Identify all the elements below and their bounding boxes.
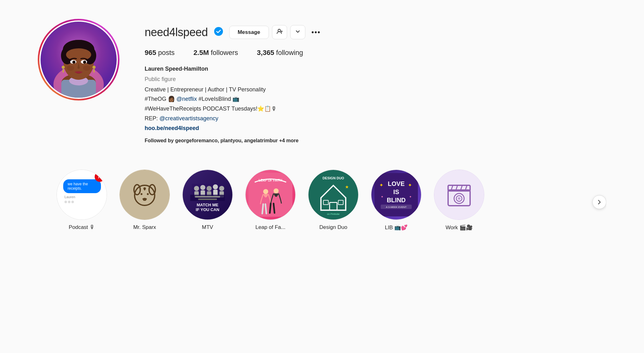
bio-line1: Creative | Entrepreneur | Author | TV Pe… [145,85,606,94]
posts-label: posts [158,49,175,57]
sparx-content [120,170,169,220]
highlight-circle-lib: LOVE IS BLIND ✦ ✦ ✦ ✦ A 3-WEEK EVENT [371,170,421,220]
highlight-circle-work [434,170,484,220]
highlight-circle-mtv: MATCH MEIF YOU CAN [182,170,233,220]
svg-text:LOVE: LOVE [388,181,405,187]
bio-line4: REP: @creativeartistsagency [145,114,606,123]
avatar-ring [38,19,119,100]
design-content: DESIGN DUO on Firetube ★ [308,170,358,220]
work-clapperboard-icon [443,179,475,210]
avatar [41,22,117,98]
highlight-mtv[interactable]: MATCH MEIF YOU CAN MTV [182,170,233,231]
avatar-inner [39,20,118,99]
svg-text:BLIND: BLIND [387,197,406,204]
chevron-down-icon [295,30,301,35]
svg-text:LEAP OF FAITH: LEAP OF FAITH [259,179,282,182]
podcast-dots [64,201,103,203]
highlight-label-work: Work 🎬🎥 [446,224,473,231]
bio-category: Public figure [145,75,606,84]
bio-url-link[interactable]: hoo.be/need4lspeed [145,125,199,131]
profile-stats: 965 posts 2.5M followers 3,365 following [145,49,606,57]
svg-text:★: ★ [345,185,349,189]
followed-by: Followed by georgeforemanco, plantyou, a… [145,137,606,145]
svg-point-21 [67,66,74,71]
bio-line3: #WeHaveTheReceipts PODCAST Tuesdays!⭐📋🎙 [145,104,606,113]
svg-point-22 [83,66,91,71]
profile-bio: Lauren Speed-Hamilton Public figure Crea… [145,64,606,144]
svg-point-23 [214,27,223,36]
highlight-mr-sparx[interactable]: Mr. Sparx [119,170,170,231]
followed-by-more: +4 more [279,138,299,143]
following-stat[interactable]: 3,365 following [257,49,303,57]
highlight-circle-podcast: N we have the receipts. Lauren [57,170,107,220]
svg-point-33 [200,185,205,190]
verified-badge [214,27,223,38]
svg-point-28 [141,193,142,195]
person-icon [277,29,282,36]
highlight-label-mtv: MTV [202,224,213,231]
followers-stat[interactable]: 2.5M followers [193,49,238,57]
highlight-circle-design: DESIGN DUO on Firetube ★ [308,170,358,220]
highlights-next-arrow[interactable] [592,195,606,209]
highlight-circle-sparx [119,170,170,220]
bio-url-line: hoo.be/need4lspeed [145,124,606,133]
svg-text:✦: ✦ [381,195,383,198]
highlight-leap[interactable]: LEAP OF FAITH [245,170,296,231]
svg-text:A 3-WEEK EVENT: A 3-WEEK EVENT [386,206,407,209]
svg-point-46 [263,189,268,194]
svg-text:DESIGN DUO: DESIGN DUO [323,176,344,180]
highlight-podcast[interactable]: N we have the receipts. Lauren Podcast 🎙 [57,170,107,231]
caa-mention[interactable]: @creativeartistsagency [159,115,218,122]
svg-rect-43 [198,198,217,200]
highlights-section: N we have the receipts. Lauren Podcast 🎙 [38,163,606,243]
avatar-container[interactable] [38,19,119,100]
posts-stat: 965 posts [145,49,175,57]
svg-point-35 [207,186,212,191]
svg-point-39 [219,186,224,191]
highlight-design-duo[interactable]: DESIGN DUO on Firetube ★ Design Duo [308,170,358,231]
lib-content: LOVE IS BLIND ✦ ✦ ✦ ✦ A 3-WEEK EVENT [371,170,421,220]
svg-text:✦: ✦ [379,183,383,188]
mtv-content: MATCH MEIF YOU CAN [183,170,232,220]
netflix-mention[interactable]: @netflix [176,96,197,102]
svg-rect-42 [195,196,220,198]
svg-text:✦: ✦ [409,195,412,198]
leap-cover-icon: LEAP OF FAITH [248,173,292,217]
svg-point-16 [84,61,86,62]
dog-icon [129,179,160,210]
work-content [434,170,484,220]
following-count: 3,365 [257,49,274,57]
svg-rect-18 [63,69,64,73]
more-options-button[interactable]: ••• [308,27,324,38]
podcast-content: N we have the receipts. Lauren [57,170,107,220]
svg-point-31 [194,186,199,191]
profile-header: need4lspeed Message [38,19,606,144]
followed-by-users[interactable]: georgeforemanco, plantyou, angelatrimbur [175,138,278,143]
profile-info: need4lspeed Message [145,19,606,144]
highlight-label-lib: LIB 📺💕 [385,224,408,231]
highlight-label-leap: Leap of Fa... [255,224,285,231]
followers-label: followers [211,49,238,57]
svg-point-24 [278,29,280,32]
svg-text:✦: ✦ [408,183,412,188]
leap-content: LEAP OF FAITH [246,170,295,220]
mtv-people-icon [189,177,226,203]
svg-point-29 [147,193,149,195]
username: need4lspeed [145,26,208,39]
lib-icon: LOVE IS BLIND ✦ ✦ ✦ ✦ A 3-WEEK EVENT [374,173,418,216]
svg-point-17 [62,66,65,69]
podcast-bubble: we have the receipts. [63,179,101,193]
full-name: Lauren Speed-Hamilton [145,64,606,73]
highlight-circle-leap: LEAP OF FAITH [245,170,296,220]
dropdown-button[interactable] [290,25,305,39]
follow-button[interactable] [272,25,287,39]
svg-point-37 [213,184,218,189]
svg-point-73 [458,197,460,200]
message-button[interactable]: Message [229,26,269,39]
highlight-label-podcast: Podcast 🎙 [69,224,95,231]
podcast-name: Lauren [64,195,103,199]
highlight-work[interactable]: Work 🎬🎥 [434,170,484,231]
svg-text:on Firetube: on Firetube [327,213,340,215]
highlight-lib[interactable]: LOVE IS BLIND ✦ ✦ ✦ ✦ A 3-WEEK EVENT LIB… [371,170,421,231]
svg-text:IS: IS [393,188,399,195]
